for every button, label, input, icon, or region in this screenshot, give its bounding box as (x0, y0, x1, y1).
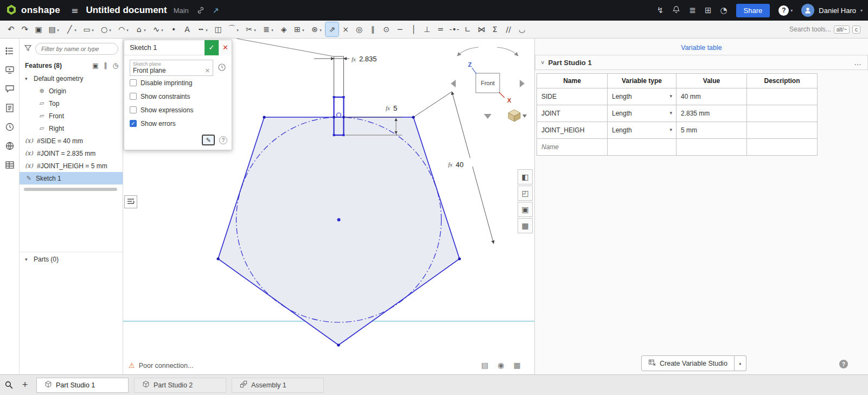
spline-tool-icon[interactable]: ∿ (150, 22, 167, 36)
vertical-constraint-icon[interactable]: │ (407, 22, 420, 36)
concentric-constraint-icon[interactable]: ◎ (353, 22, 366, 36)
section-view-icon[interactable]: ◧ (518, 169, 533, 184)
tree-item-front-plane[interactable]: Front (20, 110, 123, 122)
tree-item-variable-joint-heigh[interactable]: (x)#JOINT_HEIGH = 5 mm (20, 160, 123, 172)
parts-section-header[interactable]: Parts (0) (20, 252, 123, 266)
symmetric-constraint-icon[interactable]: ⋈ (475, 22, 488, 36)
learning-center-icon[interactable] (720, 5, 727, 15)
view-cube[interactable]: Front Z X (451, 47, 527, 122)
trim-tool-icon[interactable]: ✂ (242, 22, 259, 36)
named-views-icon[interactable]: ▦ (518, 218, 533, 233)
tab-part-studio-1[interactable]: Part Studio 1 (36, 378, 129, 393)
comments-icon[interactable] (5, 84, 15, 94)
record-footer-icon[interactable]: ◉ (497, 361, 504, 369)
mirror-tool-icon[interactable]: ◫ (212, 22, 225, 36)
text-tool-icon[interactable]: A (181, 22, 194, 36)
workspace-label[interactable]: Main (174, 7, 189, 15)
dimension-tool-icon[interactable]: ⇗ (326, 22, 339, 36)
tree-item-variable-side[interactable]: (x)#SIDE = 40 mm (20, 135, 123, 147)
tangent-constraint-icon[interactable]: ⊙ (380, 22, 393, 36)
rollback-bar-icon[interactable] (104, 62, 107, 69)
publications-icon[interactable] (5, 141, 15, 151)
collapse-caret-icon[interactable] (541, 59, 544, 66)
onshape-logo[interactable]: onshape (5, 4, 60, 17)
feature-list-icon[interactable] (5, 46, 15, 56)
variable-value-cell[interactable]: 40 mm (676, 88, 747, 105)
pierce-constraint-icon[interactable]: Σ (488, 22, 501, 36)
dimension-value[interactable]: 2.835 (359, 55, 377, 63)
dimension-value[interactable]: 5 (393, 104, 397, 112)
linear-pattern-tool-icon[interactable]: ⊞ (291, 22, 308, 36)
variable-value-cell[interactable]: 5 mm (676, 122, 747, 139)
dialog-help-icon[interactable] (219, 136, 227, 144)
filter-input[interactable] (35, 43, 118, 55)
tree-item-sketch-1[interactable]: Sketch 1 (20, 172, 123, 184)
help-icon[interactable] (778, 5, 789, 16)
journal-icon[interactable] (689, 5, 696, 15)
variable-description-cell[interactable] (747, 88, 818, 105)
line-tool-icon[interactable]: ╱ (63, 22, 80, 36)
search-tools[interactable]: Search tools... alt/~ c (789, 26, 864, 34)
rollback-bar-handle[interactable] (124, 195, 137, 208)
insert-studio-icon[interactable] (92, 62, 98, 69)
edge-point[interactable] (333, 116, 335, 119)
copy-tool-icon[interactable]: ▣ (32, 22, 45, 36)
midpoint-constraint-icon[interactable]: -•- (448, 22, 461, 36)
view-menu-caret-icon[interactable] (522, 114, 527, 118)
measure-tool-icon[interactable]: ◈ (277, 22, 290, 36)
variable-description-cell[interactable] (747, 105, 818, 122)
checkbox-show-expressions[interactable]: Show expressions (130, 103, 226, 117)
rotate-right-caret-icon[interactable] (520, 80, 525, 87)
accept-sketch-button[interactable] (205, 40, 219, 55)
rotate-left-caret-icon[interactable] (451, 80, 456, 87)
panel-help-icon[interactable] (839, 360, 848, 368)
variable-type-dropdown[interactable]: Length (608, 105, 676, 122)
arc-tool-icon[interactable]: ◠ (115, 22, 132, 36)
insert-image-tool-icon[interactable]: ▤ (46, 22, 62, 36)
polygon-tool-icon[interactable]: ⌂ (132, 22, 149, 36)
measure-footer-icon[interactable]: ▤ (481, 361, 488, 369)
link-icon[interactable] (196, 6, 205, 15)
tab-part-studio-2[interactable]: Part Studio 2 (134, 378, 226, 393)
history-icon[interactable] (5, 122, 15, 132)
section-menu-icon[interactable] (854, 58, 862, 67)
shaded-view-icon[interactable]: ▣ (518, 202, 533, 217)
hatch-constraint-icon[interactable]: // (502, 22, 515, 36)
variable-name-cell[interactable]: JOINT_HEIGH (537, 122, 608, 139)
share-button[interactable]: Share (736, 4, 770, 17)
undo-button[interactable]: ↶ (4, 24, 18, 34)
new-variable-name-input[interactable] (541, 143, 603, 151)
circular-pattern-tool-icon[interactable]: ⊛ (308, 22, 325, 36)
rotate-right-arc-icon[interactable] (497, 47, 518, 56)
new-variable-name-cell[interactable] (537, 139, 608, 156)
variable-name-cell[interactable]: JOINT (537, 105, 608, 122)
checkbox-show-constraints[interactable]: Show constraints (130, 90, 226, 103)
joint-outline[interactable] (334, 56, 344, 117)
pentagon-sketch[interactable] (218, 117, 459, 345)
feature-history-icon[interactable] (113, 62, 118, 69)
offset-tool-icon[interactable]: ≣ (260, 22, 277, 36)
rotate-down-caret-icon[interactable] (484, 114, 492, 119)
variable-type-dropdown[interactable]: Length (608, 122, 676, 139)
rotate-left-arc-icon[interactable] (457, 47, 478, 56)
tree-item-top-plane[interactable]: Top (20, 97, 123, 110)
clear-plane-icon[interactable] (205, 67, 210, 74)
equal-constraint-icon[interactable]: = (434, 22, 447, 36)
create-variable-studio-button[interactable]: Create Variable Studio (641, 355, 735, 371)
user-name[interactable]: Daniel Haro (819, 7, 856, 15)
isometric-view-icon[interactable]: ◰ (518, 186, 533, 201)
parallel-constraint-icon[interactable]: ∥ (366, 22, 379, 36)
sketch-mode-icon[interactable] (202, 135, 215, 145)
create-variable-studio-caret[interactable] (735, 355, 746, 371)
notifications-bell-icon[interactable] (672, 5, 680, 15)
document-title[interactable]: Untitled document (86, 5, 167, 16)
curvature-constraint-icon[interactable]: ◡ (515, 22, 528, 36)
horizontal-constraint-icon[interactable]: ─ (393, 22, 406, 36)
variable-type-dropdown[interactable]: Length (608, 88, 676, 105)
variable-description-cell[interactable] (747, 122, 818, 139)
rectangle-tool-icon[interactable]: ▭ (80, 22, 97, 36)
print-footer-icon[interactable]: ▦ (513, 361, 520, 369)
updates-icon[interactable] (657, 5, 664, 15)
user-avatar[interactable] (801, 4, 814, 17)
part-studio-section-header[interactable]: Part Studio 1 (535, 55, 868, 70)
